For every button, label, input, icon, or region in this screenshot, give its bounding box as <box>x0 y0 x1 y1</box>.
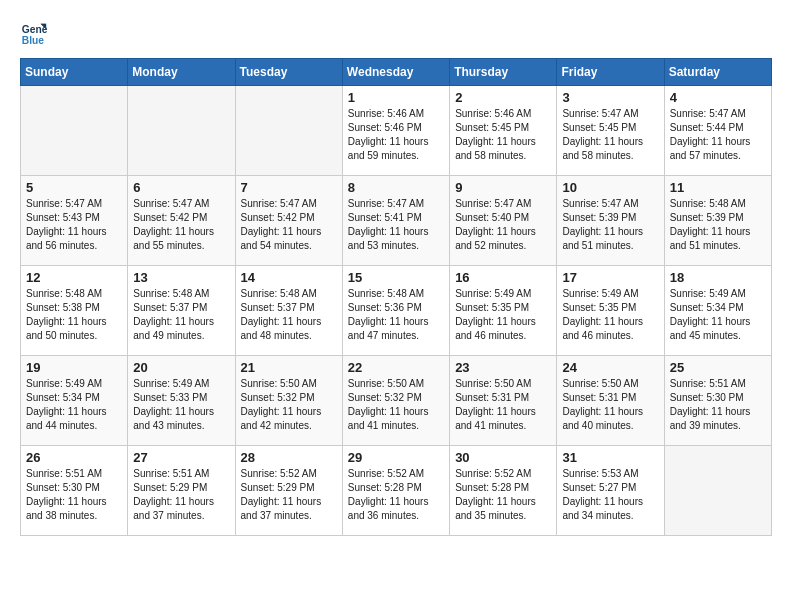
day-number: 31 <box>562 450 658 465</box>
day-number: 30 <box>455 450 551 465</box>
logo: General Blue <box>20 20 52 48</box>
day-info: Sunrise: 5:49 AM Sunset: 5:35 PM Dayligh… <box>562 287 658 343</box>
day-info: Sunrise: 5:48 AM Sunset: 5:36 PM Dayligh… <box>348 287 444 343</box>
calendar-week-row: 5Sunrise: 5:47 AM Sunset: 5:43 PM Daylig… <box>21 176 772 266</box>
day-info: Sunrise: 5:52 AM Sunset: 5:28 PM Dayligh… <box>348 467 444 523</box>
calendar-cell: 23Sunrise: 5:50 AM Sunset: 5:31 PM Dayli… <box>450 356 557 446</box>
calendar-week-row: 26Sunrise: 5:51 AM Sunset: 5:30 PM Dayli… <box>21 446 772 536</box>
day-number: 19 <box>26 360 122 375</box>
calendar-cell: 19Sunrise: 5:49 AM Sunset: 5:34 PM Dayli… <box>21 356 128 446</box>
day-info: Sunrise: 5:49 AM Sunset: 5:34 PM Dayligh… <box>26 377 122 433</box>
day-info: Sunrise: 5:50 AM Sunset: 5:32 PM Dayligh… <box>241 377 337 433</box>
calendar-cell: 4Sunrise: 5:47 AM Sunset: 5:44 PM Daylig… <box>664 86 771 176</box>
calendar-cell: 24Sunrise: 5:50 AM Sunset: 5:31 PM Dayli… <box>557 356 664 446</box>
day-number: 8 <box>348 180 444 195</box>
calendar-cell <box>235 86 342 176</box>
calendar-header-row: SundayMondayTuesdayWednesdayThursdayFrid… <box>21 59 772 86</box>
day-number: 6 <box>133 180 229 195</box>
calendar-cell: 11Sunrise: 5:48 AM Sunset: 5:39 PM Dayli… <box>664 176 771 266</box>
day-info: Sunrise: 5:47 AM Sunset: 5:42 PM Dayligh… <box>241 197 337 253</box>
calendar-cell: 14Sunrise: 5:48 AM Sunset: 5:37 PM Dayli… <box>235 266 342 356</box>
day-info: Sunrise: 5:48 AM Sunset: 5:39 PM Dayligh… <box>670 197 766 253</box>
day-info: Sunrise: 5:46 AM Sunset: 5:46 PM Dayligh… <box>348 107 444 163</box>
calendar-cell: 25Sunrise: 5:51 AM Sunset: 5:30 PM Dayli… <box>664 356 771 446</box>
day-info: Sunrise: 5:51 AM Sunset: 5:29 PM Dayligh… <box>133 467 229 523</box>
calendar-cell: 10Sunrise: 5:47 AM Sunset: 5:39 PM Dayli… <box>557 176 664 266</box>
calendar-cell: 13Sunrise: 5:48 AM Sunset: 5:37 PM Dayli… <box>128 266 235 356</box>
day-info: Sunrise: 5:49 AM Sunset: 5:35 PM Dayligh… <box>455 287 551 343</box>
weekday-header-wednesday: Wednesday <box>342 59 449 86</box>
day-info: Sunrise: 5:47 AM Sunset: 5:41 PM Dayligh… <box>348 197 444 253</box>
calendar-cell: 18Sunrise: 5:49 AM Sunset: 5:34 PM Dayli… <box>664 266 771 356</box>
day-info: Sunrise: 5:53 AM Sunset: 5:27 PM Dayligh… <box>562 467 658 523</box>
calendar-cell: 8Sunrise: 5:47 AM Sunset: 5:41 PM Daylig… <box>342 176 449 266</box>
day-number: 21 <box>241 360 337 375</box>
day-info: Sunrise: 5:52 AM Sunset: 5:28 PM Dayligh… <box>455 467 551 523</box>
calendar-cell: 1Sunrise: 5:46 AM Sunset: 5:46 PM Daylig… <box>342 86 449 176</box>
day-number: 26 <box>26 450 122 465</box>
calendar-cell: 16Sunrise: 5:49 AM Sunset: 5:35 PM Dayli… <box>450 266 557 356</box>
weekday-header-saturday: Saturday <box>664 59 771 86</box>
day-number: 29 <box>348 450 444 465</box>
day-number: 14 <box>241 270 337 285</box>
weekday-header-friday: Friday <box>557 59 664 86</box>
day-number: 24 <box>562 360 658 375</box>
calendar-cell: 12Sunrise: 5:48 AM Sunset: 5:38 PM Dayli… <box>21 266 128 356</box>
calendar-cell: 28Sunrise: 5:52 AM Sunset: 5:29 PM Dayli… <box>235 446 342 536</box>
logo-icon: General Blue <box>20 20 48 48</box>
day-info: Sunrise: 5:51 AM Sunset: 5:30 PM Dayligh… <box>670 377 766 433</box>
calendar-cell: 7Sunrise: 5:47 AM Sunset: 5:42 PM Daylig… <box>235 176 342 266</box>
day-number: 28 <box>241 450 337 465</box>
weekday-header-monday: Monday <box>128 59 235 86</box>
weekday-header-tuesday: Tuesday <box>235 59 342 86</box>
day-number: 22 <box>348 360 444 375</box>
calendar-cell: 5Sunrise: 5:47 AM Sunset: 5:43 PM Daylig… <box>21 176 128 266</box>
svg-text:Blue: Blue <box>22 35 45 46</box>
day-number: 23 <box>455 360 551 375</box>
day-info: Sunrise: 5:51 AM Sunset: 5:30 PM Dayligh… <box>26 467 122 523</box>
day-number: 1 <box>348 90 444 105</box>
day-info: Sunrise: 5:48 AM Sunset: 5:37 PM Dayligh… <box>241 287 337 343</box>
day-info: Sunrise: 5:50 AM Sunset: 5:31 PM Dayligh… <box>455 377 551 433</box>
calendar-week-row: 19Sunrise: 5:49 AM Sunset: 5:34 PM Dayli… <box>21 356 772 446</box>
calendar-cell: 2Sunrise: 5:46 AM Sunset: 5:45 PM Daylig… <box>450 86 557 176</box>
calendar-cell: 21Sunrise: 5:50 AM Sunset: 5:32 PM Dayli… <box>235 356 342 446</box>
calendar-cell <box>664 446 771 536</box>
day-info: Sunrise: 5:48 AM Sunset: 5:38 PM Dayligh… <box>26 287 122 343</box>
calendar-cell: 30Sunrise: 5:52 AM Sunset: 5:28 PM Dayli… <box>450 446 557 536</box>
day-info: Sunrise: 5:47 AM Sunset: 5:44 PM Dayligh… <box>670 107 766 163</box>
day-number: 12 <box>26 270 122 285</box>
calendar-cell: 17Sunrise: 5:49 AM Sunset: 5:35 PM Dayli… <box>557 266 664 356</box>
calendar-cell <box>21 86 128 176</box>
calendar-cell: 15Sunrise: 5:48 AM Sunset: 5:36 PM Dayli… <box>342 266 449 356</box>
day-info: Sunrise: 5:48 AM Sunset: 5:37 PM Dayligh… <box>133 287 229 343</box>
weekday-header-thursday: Thursday <box>450 59 557 86</box>
calendar-cell: 20Sunrise: 5:49 AM Sunset: 5:33 PM Dayli… <box>128 356 235 446</box>
day-number: 9 <box>455 180 551 195</box>
day-number: 16 <box>455 270 551 285</box>
day-number: 13 <box>133 270 229 285</box>
calendar-cell: 26Sunrise: 5:51 AM Sunset: 5:30 PM Dayli… <box>21 446 128 536</box>
day-number: 20 <box>133 360 229 375</box>
calendar-cell: 29Sunrise: 5:52 AM Sunset: 5:28 PM Dayli… <box>342 446 449 536</box>
weekday-header-sunday: Sunday <box>21 59 128 86</box>
day-number: 25 <box>670 360 766 375</box>
day-info: Sunrise: 5:47 AM Sunset: 5:45 PM Dayligh… <box>562 107 658 163</box>
day-number: 4 <box>670 90 766 105</box>
day-info: Sunrise: 5:52 AM Sunset: 5:29 PM Dayligh… <box>241 467 337 523</box>
day-number: 15 <box>348 270 444 285</box>
day-info: Sunrise: 5:47 AM Sunset: 5:39 PM Dayligh… <box>562 197 658 253</box>
day-number: 17 <box>562 270 658 285</box>
page-header: General Blue <box>20 20 772 48</box>
day-number: 2 <box>455 90 551 105</box>
day-number: 3 <box>562 90 658 105</box>
day-info: Sunrise: 5:50 AM Sunset: 5:32 PM Dayligh… <box>348 377 444 433</box>
calendar-cell: 27Sunrise: 5:51 AM Sunset: 5:29 PM Dayli… <box>128 446 235 536</box>
day-number: 11 <box>670 180 766 195</box>
calendar-cell <box>128 86 235 176</box>
calendar-cell: 22Sunrise: 5:50 AM Sunset: 5:32 PM Dayli… <box>342 356 449 446</box>
day-number: 5 <box>26 180 122 195</box>
calendar-cell: 3Sunrise: 5:47 AM Sunset: 5:45 PM Daylig… <box>557 86 664 176</box>
day-info: Sunrise: 5:47 AM Sunset: 5:40 PM Dayligh… <box>455 197 551 253</box>
day-number: 7 <box>241 180 337 195</box>
